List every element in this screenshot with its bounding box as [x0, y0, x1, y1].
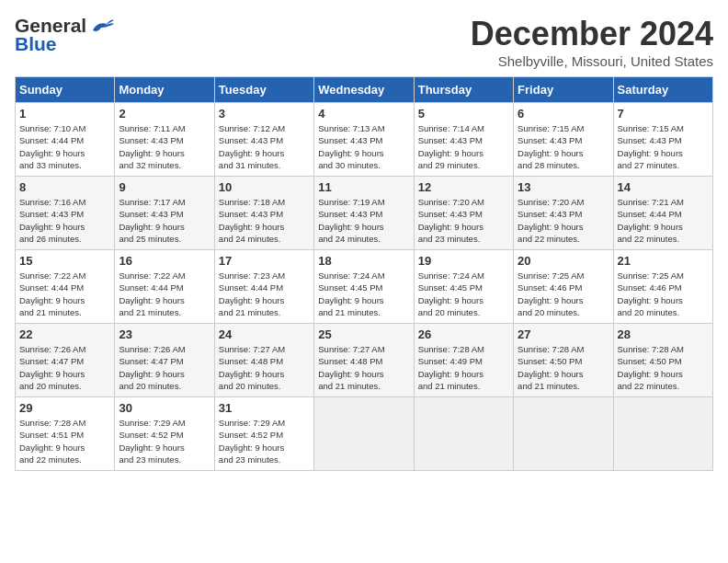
day-number: 20	[518, 254, 609, 268]
day-info: Sunrise: 7:22 AM Sunset: 4:44 PM Dayligh…	[119, 270, 210, 318]
day-info: Sunrise: 7:19 AM Sunset: 4:43 PM Dayligh…	[318, 196, 409, 245]
calendar-cell	[314, 397, 414, 471]
day-number: 26	[418, 327, 509, 341]
calendar-cell: 18Sunrise: 7:24 AM Sunset: 4:45 PM Dayli…	[314, 250, 414, 324]
day-info: Sunrise: 7:24 AM Sunset: 4:45 PM Dayligh…	[418, 270, 509, 318]
day-info: Sunrise: 7:27 AM Sunset: 4:48 PM Dayligh…	[318, 343, 409, 392]
day-number: 10	[219, 180, 310, 194]
day-info: Sunrise: 7:20 AM Sunset: 4:43 PM Dayligh…	[418, 196, 509, 245]
calendar-cell: 8Sunrise: 7:16 AM Sunset: 4:43 PM Daylig…	[16, 177, 115, 250]
calendar-cell: 15Sunrise: 7:22 AM Sunset: 4:44 PM Dayli…	[16, 250, 115, 324]
month-title: December 2024	[471, 15, 713, 53]
weekday-header-saturday: Saturday	[613, 77, 712, 103]
day-number: 7	[618, 107, 709, 121]
calendar-cell: 5Sunrise: 7:14 AM Sunset: 4:43 PM Daylig…	[414, 103, 513, 177]
day-info: Sunrise: 7:20 AM Sunset: 4:43 PM Dayligh…	[518, 196, 609, 245]
calendar-cell: 28Sunrise: 7:28 AM Sunset: 4:50 PM Dayli…	[613, 324, 712, 397]
day-info: Sunrise: 7:28 AM Sunset: 4:50 PM Dayligh…	[618, 343, 709, 392]
day-info: Sunrise: 7:13 AM Sunset: 4:43 PM Dayligh…	[318, 122, 409, 171]
day-number: 27	[518, 327, 609, 341]
calendar-cell: 21Sunrise: 7:25 AM Sunset: 4:46 PM Dayli…	[613, 250, 712, 324]
day-number: 2	[119, 107, 210, 121]
day-info: Sunrise: 7:25 AM Sunset: 4:46 PM Dayligh…	[518, 270, 609, 318]
day-info: Sunrise: 7:28 AM Sunset: 4:49 PM Dayligh…	[418, 343, 509, 392]
day-info: Sunrise: 7:24 AM Sunset: 4:45 PM Dayligh…	[318, 270, 409, 318]
day-info: Sunrise: 7:18 AM Sunset: 4:43 PM Dayligh…	[219, 196, 310, 245]
day-number: 25	[318, 327, 409, 341]
calendar-cell: 22Sunrise: 7:26 AM Sunset: 4:47 PM Dayli…	[16, 324, 115, 397]
day-number: 15	[19, 254, 110, 268]
calendar-cell: 29Sunrise: 7:28 AM Sunset: 4:51 PM Dayli…	[16, 397, 115, 471]
logo: General Blue	[15, 15, 116, 55]
day-number: 23	[119, 327, 210, 341]
day-number: 30	[119, 401, 210, 415]
day-number: 22	[19, 327, 110, 341]
calendar-cell: 20Sunrise: 7:25 AM Sunset: 4:46 PM Dayli…	[514, 250, 613, 324]
weekday-header-monday: Monday	[115, 77, 214, 103]
day-number: 24	[219, 327, 310, 341]
day-info: Sunrise: 7:23 AM Sunset: 4:44 PM Dayligh…	[219, 270, 310, 318]
calendar-cell: 4Sunrise: 7:13 AM Sunset: 4:43 PM Daylig…	[314, 103, 414, 177]
calendar-cell: 2Sunrise: 7:11 AM Sunset: 4:43 PM Daylig…	[115, 103, 214, 177]
calendar-week-row: 1Sunrise: 7:10 AM Sunset: 4:44 PM Daylig…	[16, 103, 713, 177]
day-info: Sunrise: 7:10 AM Sunset: 4:44 PM Dayligh…	[19, 122, 110, 171]
day-number: 28	[618, 327, 709, 341]
calendar-cell: 7Sunrise: 7:15 AM Sunset: 4:43 PM Daylig…	[613, 103, 712, 177]
day-info: Sunrise: 7:27 AM Sunset: 4:48 PM Dayligh…	[219, 343, 310, 392]
calendar-cell: 25Sunrise: 7:27 AM Sunset: 4:48 PM Dayli…	[314, 324, 414, 397]
day-info: Sunrise: 7:11 AM Sunset: 4:43 PM Dayligh…	[119, 122, 210, 171]
day-number: 6	[518, 107, 609, 121]
weekday-header-wednesday: Wednesday	[314, 77, 414, 103]
calendar-cell: 6Sunrise: 7:15 AM Sunset: 4:43 PM Daylig…	[514, 103, 613, 177]
day-number: 3	[219, 107, 310, 121]
logo-blue: Blue	[15, 33, 57, 55]
day-number: 14	[618, 180, 709, 194]
calendar-cell: 26Sunrise: 7:28 AM Sunset: 4:49 PM Dayli…	[414, 324, 513, 397]
day-number: 9	[119, 180, 210, 194]
calendar-week-row: 29Sunrise: 7:28 AM Sunset: 4:51 PM Dayli…	[16, 397, 713, 471]
day-number: 5	[418, 107, 509, 121]
calendar-cell: 23Sunrise: 7:26 AM Sunset: 4:47 PM Dayli…	[115, 324, 214, 397]
day-number: 12	[418, 180, 509, 194]
calendar-cell: 1Sunrise: 7:10 AM Sunset: 4:44 PM Daylig…	[16, 103, 115, 177]
calendar-cell: 17Sunrise: 7:23 AM Sunset: 4:44 PM Dayli…	[214, 250, 313, 324]
calendar-cell	[613, 397, 712, 471]
logo-bird-icon	[88, 17, 116, 35]
calendar-cell: 13Sunrise: 7:20 AM Sunset: 4:43 PM Dayli…	[514, 177, 613, 250]
day-number: 29	[19, 401, 110, 415]
day-info: Sunrise: 7:29 AM Sunset: 4:52 PM Dayligh…	[219, 417, 310, 465]
calendar-cell: 27Sunrise: 7:28 AM Sunset: 4:50 PM Dayli…	[514, 324, 613, 397]
day-info: Sunrise: 7:22 AM Sunset: 4:44 PM Dayligh…	[19, 270, 110, 318]
day-number: 8	[19, 180, 110, 194]
calendar-cell: 19Sunrise: 7:24 AM Sunset: 4:45 PM Dayli…	[414, 250, 513, 324]
day-info: Sunrise: 7:15 AM Sunset: 4:43 PM Dayligh…	[518, 122, 609, 171]
calendar-week-row: 22Sunrise: 7:26 AM Sunset: 4:47 PM Dayli…	[16, 324, 713, 397]
calendar-cell	[514, 397, 613, 471]
day-info: Sunrise: 7:26 AM Sunset: 4:47 PM Dayligh…	[119, 343, 210, 392]
header: General Blue December 2024 Shelbyville, …	[15, 15, 713, 69]
calendar-cell: 10Sunrise: 7:18 AM Sunset: 4:43 PM Dayli…	[214, 177, 313, 250]
day-info: Sunrise: 7:28 AM Sunset: 4:50 PM Dayligh…	[518, 343, 609, 392]
calendar-cell: 24Sunrise: 7:27 AM Sunset: 4:48 PM Dayli…	[214, 324, 313, 397]
day-number: 1	[19, 107, 110, 121]
calendar-cell: 3Sunrise: 7:12 AM Sunset: 4:43 PM Daylig…	[214, 103, 313, 177]
day-info: Sunrise: 7:29 AM Sunset: 4:52 PM Dayligh…	[119, 417, 210, 465]
weekday-header-sunday: Sunday	[16, 77, 115, 103]
day-info: Sunrise: 7:12 AM Sunset: 4:43 PM Dayligh…	[219, 122, 310, 171]
weekday-header-tuesday: Tuesday	[214, 77, 313, 103]
location-title: Shelbyville, Missouri, United States	[471, 53, 713, 69]
calendar-table: SundayMondayTuesdayWednesdayThursdayFrid…	[15, 76, 713, 471]
weekday-header-friday: Friday	[514, 77, 613, 103]
day-number: 31	[219, 401, 310, 415]
title-area: December 2024 Shelbyville, Missouri, Uni…	[471, 15, 713, 69]
day-number: 19	[418, 254, 509, 268]
day-info: Sunrise: 7:21 AM Sunset: 4:44 PM Dayligh…	[618, 196, 709, 245]
calendar-week-row: 15Sunrise: 7:22 AM Sunset: 4:44 PM Dayli…	[16, 250, 713, 324]
day-info: Sunrise: 7:15 AM Sunset: 4:43 PM Dayligh…	[618, 122, 709, 171]
day-number: 21	[618, 254, 709, 268]
weekday-header-thursday: Thursday	[414, 77, 513, 103]
day-number: 13	[518, 180, 609, 194]
day-number: 18	[318, 254, 409, 268]
weekday-header-row: SundayMondayTuesdayWednesdayThursdayFrid…	[16, 77, 713, 103]
day-info: Sunrise: 7:25 AM Sunset: 4:46 PM Dayligh…	[618, 270, 709, 318]
